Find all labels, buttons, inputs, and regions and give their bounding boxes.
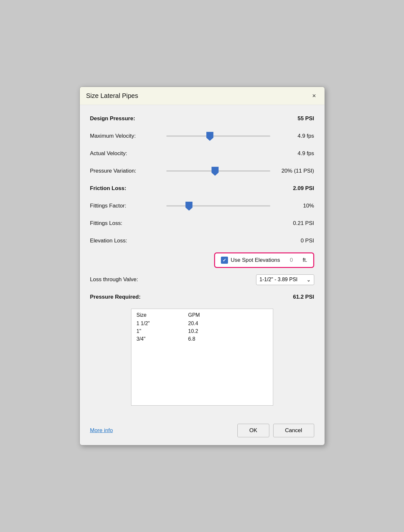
maximum-velocity-row: Maximum Velocity: 4.9 fps — [90, 130, 314, 142]
slider-thumb[interactable] — [206, 132, 213, 141]
spot-elevations-unit: ft. — [303, 257, 307, 263]
elevation-loss-row: Elevation Loss: 0 PSI — [90, 235, 314, 247]
dialog: Size Lateral Pipes × Design Pressure: 55… — [79, 87, 325, 445]
friction-loss-label: Friction Loss: — [90, 185, 161, 192]
spot-elevations-checkbox[interactable]: ✓ — [221, 257, 228, 264]
checkbox-wrapper: ✓ Use Spot Elevations — [221, 257, 280, 264]
actual-velocity-label: Actual Velocity: — [90, 150, 161, 157]
actual-velocity-row: Actual Velocity: 4.9 fps — [90, 148, 314, 159]
slider-thumb-2[interactable] — [212, 167, 219, 176]
cancel-button[interactable]: Cancel — [273, 424, 314, 437]
maximum-velocity-value: 4.9 fps — [275, 133, 314, 139]
cell-gpm-2: 6.8 — [188, 336, 214, 342]
ok-button[interactable]: OK — [237, 424, 269, 437]
slider-track-2 — [166, 170, 270, 172]
table-row: 3/4" 6.8 — [137, 336, 268, 342]
maximum-velocity-label: Maximum Velocity: — [90, 133, 161, 139]
maximum-velocity-slider[interactable] — [166, 130, 270, 142]
loss-through-valve-label: Loss through Valve: — [90, 276, 161, 283]
content-area: Design Pressure: 55 PSI Maximum Velocity… — [80, 105, 325, 420]
spot-elevations-label: Use Spot Elevations — [231, 257, 280, 263]
pressure-variation-value: 20% (11 PSI) — [275, 168, 314, 174]
checkmark-icon: ✓ — [223, 258, 226, 262]
footer-buttons: OK Cancel — [237, 424, 314, 437]
pressure-required-value: 61.2 PSI — [275, 294, 314, 300]
table-inner: Size GPM 1 1/2" 20.4 1" 10.2 3/4" 6.8 — [131, 309, 273, 347]
design-pressure-value: 55 PSI — [275, 115, 314, 122]
design-pressure-row: Design Pressure: 55 PSI — [90, 113, 314, 124]
close-button[interactable]: × — [310, 91, 318, 100]
fittings-loss-label: Fittings Loss: — [90, 220, 161, 227]
table-row: 1 1/2" 20.4 — [137, 321, 268, 326]
pressure-variation-row: Pressure Variation: 20% (11 PSI) — [90, 165, 314, 177]
fittings-factor-label: Fittings Factor: — [90, 203, 161, 209]
chevron-down-icon: ⌄ — [306, 277, 311, 283]
cell-size-1: 1" — [137, 328, 162, 334]
elevation-loss-value: 0 PSI — [275, 238, 314, 244]
loss-through-valve-dropdown-container: 1-1/2" - 3.89 PSI ⌄ — [256, 274, 314, 285]
pressure-variation-label: Pressure Variation: — [90, 168, 161, 174]
pressure-required-label: Pressure Required: — [90, 294, 161, 300]
cell-gpm-1: 10.2 — [188, 328, 214, 334]
col-header-gpm: GPM — [188, 312, 214, 318]
slider-track-3 — [166, 205, 270, 207]
cell-size-2: 3/4" — [137, 336, 162, 342]
slider-thumb-3[interactable] — [185, 202, 192, 211]
actual-velocity-value: 4.9 fps — [275, 150, 314, 157]
fittings-factor-value: 10% — [275, 203, 314, 209]
friction-loss-value: 2.09 PSI — [275, 185, 314, 192]
spot-elevations-row: ✓ Use Spot Elevations ft. — [90, 252, 314, 268]
loss-through-valve-dropdown[interactable]: 1-1/2" - 3.89 PSI ⌄ — [256, 274, 314, 285]
spot-elevations-input[interactable] — [283, 257, 299, 263]
dropdown-value: 1-1/2" - 3.89 PSI — [260, 277, 298, 282]
pressure-variation-slider[interactable] — [166, 165, 270, 177]
loss-through-valve-row: Loss through Valve: 1-1/2" - 3.89 PSI ⌄ — [90, 274, 314, 285]
friction-loss-row: Friction Loss: 2.09 PSI — [90, 183, 314, 194]
pressure-required-row: Pressure Required: 61.2 PSI — [90, 291, 314, 303]
fittings-loss-row: Fittings Loss: 0.21 PSI — [90, 218, 314, 229]
cell-size-0: 1 1/2" — [137, 321, 162, 326]
spot-elevations-box: ✓ Use Spot Elevations ft. — [214, 252, 314, 268]
fittings-factor-row: Fittings Factor: 10% — [90, 200, 314, 212]
footer: More info OK Cancel — [80, 420, 325, 445]
col-header-size: Size — [137, 312, 162, 318]
fittings-loss-value: 0.21 PSI — [275, 220, 314, 227]
table-header-row: Size GPM — [137, 312, 268, 318]
slider-track — [166, 135, 270, 137]
cell-gpm-0: 20.4 — [188, 321, 214, 326]
more-info-link[interactable]: More info — [90, 427, 113, 434]
elevation-loss-label: Elevation Loss: — [90, 238, 161, 244]
title-bar: Size Lateral Pipes × — [80, 87, 325, 105]
design-pressure-label: Design Pressure: — [90, 115, 161, 122]
table-row: 1" 10.2 — [137, 328, 268, 334]
fittings-factor-slider[interactable] — [166, 200, 270, 212]
pipe-size-table: Size GPM 1 1/2" 20.4 1" 10.2 3/4" 6.8 — [131, 309, 273, 406]
dialog-title: Size Lateral Pipes — [86, 92, 138, 100]
